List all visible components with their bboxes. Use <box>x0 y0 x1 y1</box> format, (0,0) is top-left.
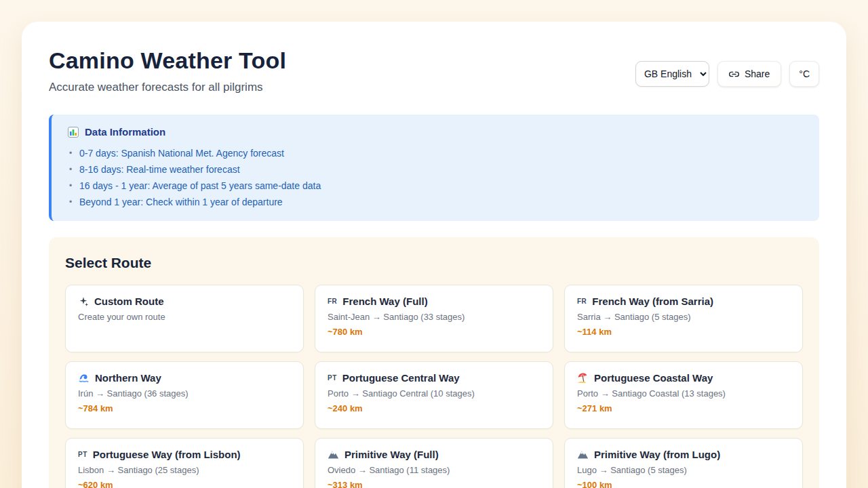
route-card-custom[interactable]: Custom Route Create your own route <box>65 285 304 352</box>
temperature-unit-button[interactable]: °C <box>789 61 819 87</box>
info-box-title: Data Information <box>85 126 165 138</box>
route-card-portuguese-central[interactable]: PT Portuguese Central Way Porto → Santia… <box>315 361 553 429</box>
route-card-title: French Way (Full) <box>342 296 427 307</box>
france-flag-icon: FR <box>328 298 337 305</box>
language-select[interactable]: GB English <box>635 61 709 87</box>
wave-icon <box>78 372 90 384</box>
sparkles-icon <box>78 296 89 307</box>
beach-icon <box>577 372 589 384</box>
data-information-box: Data Information 0-7 days: Spanish Natio… <box>49 115 819 221</box>
share-button[interactable]: Share <box>717 61 781 87</box>
route-card-title: Custom Route <box>94 296 164 307</box>
route-card-distance: ~620 km <box>78 480 291 488</box>
main-card: Camino Weather Tool Accurate weather for… <box>22 22 846 488</box>
route-card-distance: ~100 km <box>577 480 790 488</box>
header-controls: GB English Share °C <box>635 61 819 87</box>
route-card-subtitle: Lisbon → Santiago (25 stages) <box>78 465 291 475</box>
route-card-title: Primitive Way (Full) <box>344 449 439 460</box>
route-card-title: French Way (from Sarria) <box>592 296 713 307</box>
routes-grid: Custom Route Create your own route FR Fr… <box>65 285 803 488</box>
link-icon <box>729 69 739 79</box>
route-card-title: Portuguese Coastal Way <box>594 372 713 384</box>
portugal-flag-icon: PT <box>78 451 87 458</box>
title-block: Camino Weather Tool Accurate weather for… <box>49 47 286 94</box>
route-card-subtitle: Saint-Jean → Santiago (33 stages) <box>328 312 540 322</box>
route-card-subtitle: Irún → Santiago (36 stages) <box>78 388 291 399</box>
select-route-panel: Select Route Custom Route Create your ow… <box>49 237 819 488</box>
info-list: 0-7 days: Spanish National Met. Agency f… <box>68 145 803 210</box>
info-list-item: 0-7 days: Spanish National Met. Agency f… <box>68 145 803 161</box>
portugal-flag-icon: PT <box>328 374 337 382</box>
route-card-subtitle: Lugo → Santiago (5 stages) <box>577 465 790 475</box>
route-card-subtitle: Sarria → Santiago (5 stages) <box>577 312 790 322</box>
route-card-primitive-full[interactable]: Primitive Way (Full) Oviedo → Santiago (… <box>315 438 553 488</box>
info-box-header: Data Information <box>68 126 803 138</box>
select-route-heading: Select Route <box>65 255 803 271</box>
route-card-subtitle: Create your own route <box>78 312 291 322</box>
info-list-item: Beyond 1 year: Check within 1 year of de… <box>68 194 803 210</box>
route-card-title: Northern Way <box>95 372 161 384</box>
info-list-item: 8-16 days: Real-time weather forecast <box>68 161 803 178</box>
route-card-distance: ~784 km <box>78 403 291 413</box>
route-card-subtitle: Porto → Santiago Coastal (13 stages) <box>577 388 790 399</box>
route-card-portuguese-lisbon[interactable]: PT Portuguese Way (from Lisbon) Lisbon →… <box>65 438 304 488</box>
route-card-portuguese-coastal[interactable]: Portuguese Coastal Way Porto → Santiago … <box>564 361 803 429</box>
page-subtitle: Accurate weather forecasts for all pilgr… <box>49 81 286 94</box>
route-card-french-sarria[interactable]: FR French Way (from Sarria) Sarria → San… <box>564 285 803 352</box>
info-list-item: 16 days - 1 year: Average of past 5 year… <box>68 178 803 194</box>
route-card-distance: ~313 km <box>328 480 540 488</box>
route-card-distance: ~780 km <box>328 327 540 337</box>
mountain-icon <box>328 449 339 460</box>
route-card-title: Primitive Way (from Lugo) <box>594 449 720 460</box>
route-card-primitive-lugo[interactable]: Primitive Way (from Lugo) Lugo → Santiag… <box>564 438 803 488</box>
bar-chart-icon <box>68 127 79 138</box>
route-card-title: Portuguese Way (from Lisbon) <box>93 449 241 460</box>
route-card-french-full[interactable]: FR French Way (Full) Saint-Jean → Santia… <box>315 285 553 352</box>
mountain-icon <box>577 449 589 460</box>
route-card-title: Portuguese Central Way <box>342 372 460 384</box>
route-card-subtitle: Porto → Santiago Central (10 stages) <box>328 388 540 399</box>
route-card-distance: ~271 km <box>577 403 790 413</box>
route-card-subtitle: Oviedo → Santiago (11 stages) <box>328 465 540 475</box>
header: Camino Weather Tool Accurate weather for… <box>49 47 819 94</box>
route-card-distance: ~114 km <box>577 327 790 337</box>
route-card-northern[interactable]: Northern Way Irún → Santiago (36 stages)… <box>65 361 304 429</box>
share-button-label: Share <box>745 68 770 79</box>
france-flag-icon: FR <box>577 298 587 305</box>
page-title: Camino Weather Tool <box>49 47 286 74</box>
route-card-distance: ~240 km <box>328 403 540 413</box>
